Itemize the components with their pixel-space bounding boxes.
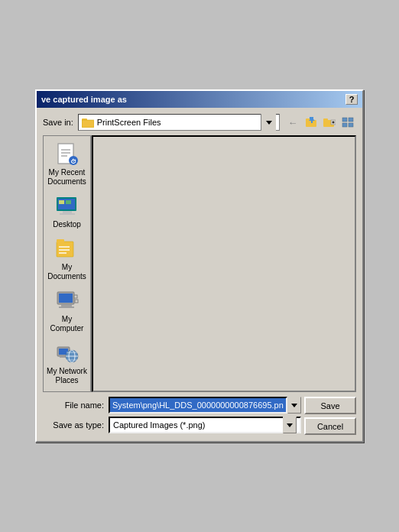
my-documents-icon (55, 237, 79, 261)
sidebar: ⏱ My Recent Documents (43, 135, 92, 392)
recent-documents-icon: ⏱ (55, 142, 79, 167)
file-name-label: File name: (43, 401, 104, 410)
file-name-row: File name: (43, 397, 301, 414)
my-documents-svg (55, 237, 79, 261)
view-icon (342, 117, 354, 128)
svg-rect-14 (342, 123, 347, 127)
title-bar: ve captured image as ? (37, 91, 362, 108)
svg-rect-32 (59, 249, 70, 251)
form-fields: File name: Save as type: Captured Images… (43, 397, 301, 433)
sidebar-item-desktop[interactable]: Desktop (44, 191, 90, 232)
sidebar-label-network: My Network Places (46, 367, 89, 385)
svg-rect-28 (66, 200, 71, 204)
desktop-icon (55, 194, 79, 219)
save-as-type-dropdown[interactable]: Captured Images (*.png) (109, 417, 301, 433)
save-type-text: Captured Images (*.png) (113, 420, 205, 430)
back-icon: ← (288, 117, 298, 128)
svg-rect-8 (323, 118, 328, 122)
help-button[interactable]: ? (345, 94, 358, 105)
sidebar-item-my-computer[interactable]: My Computer (44, 286, 90, 336)
svg-rect-38 (74, 295, 77, 298)
svg-rect-31 (59, 246, 70, 248)
arrow-down-icon (266, 121, 272, 125)
sidebar-item-network-places[interactable]: My Network Places (44, 338, 90, 388)
sidebar-label-desktop: Desktop (53, 220, 81, 229)
svg-rect-13 (349, 118, 353, 122)
action-buttons: Save Cancel (304, 397, 356, 435)
save-button[interactable]: Save (304, 397, 356, 414)
my-computer-icon (55, 289, 79, 313)
toolbar-buttons: ← (284, 114, 356, 131)
save-type-arrow[interactable] (283, 417, 297, 433)
svg-rect-15 (349, 123, 353, 127)
save-in-text: PrintScreen Files (97, 118, 258, 127)
svg-rect-30 (57, 239, 64, 243)
recent-documents-svg: ⏱ (55, 142, 79, 167)
svg-rect-12 (342, 118, 347, 122)
svg-rect-35 (59, 294, 73, 303)
up-folder-icon (305, 117, 317, 128)
svg-rect-33 (59, 252, 66, 254)
bottom-row-container: File name: Save as type: Captured Images… (43, 397, 356, 435)
svg-rect-27 (59, 200, 64, 204)
desktop-svg (55, 194, 79, 219)
save-dialog: ve captured image as ? Save in: PrintScr… (35, 89, 364, 443)
filename-arrow-icon (291, 404, 297, 407)
new-folder-icon (323, 117, 336, 128)
save-in-row: Save in: PrintScreen Files ← (43, 114, 356, 131)
my-computer-svg (55, 289, 79, 313)
save-as-type-row: Save as type: Captured Images (*.png) (43, 417, 301, 433)
new-folder-button[interactable] (321, 114, 338, 131)
svg-text:⏱: ⏱ (70, 158, 76, 165)
main-area: ⏱ My Recent Documents (43, 135, 356, 392)
up-button[interactable] (303, 114, 320, 131)
cancel-button[interactable]: Cancel (304, 417, 356, 435)
svg-rect-25 (63, 211, 72, 213)
save-in-dropdown-arrow[interactable] (261, 114, 276, 131)
file-area (92, 135, 356, 392)
save-in-dropdown[interactable]: PrintScreen Files (78, 114, 280, 131)
network-places-icon (55, 341, 79, 365)
sidebar-item-recent-documents[interactable]: ⏱ My Recent Documents (44, 139, 90, 190)
svg-rect-39 (75, 300, 78, 303)
network-svg (55, 341, 79, 365)
svg-rect-37 (59, 307, 74, 308)
back-button[interactable]: ← (284, 114, 301, 131)
filename-input-wrapper (109, 397, 301, 414)
dialog-body: Save in: PrintScreen Files ← (37, 108, 362, 441)
filename-dropdown-arrow[interactable] (287, 397, 301, 414)
savetype-arrow-icon (287, 423, 293, 427)
svg-rect-26 (60, 213, 75, 215)
view-button[interactable] (339, 114, 356, 131)
sidebar-label-recent: My Recent Documents (46, 168, 89, 187)
sidebar-label-documents: My Documents (46, 263, 89, 281)
sidebar-label-computer: My Computer (46, 315, 89, 333)
folder-icon (82, 117, 94, 128)
title-bar-text: ve captured image as (41, 95, 127, 104)
file-name-input[interactable] (109, 397, 287, 414)
svg-rect-36 (61, 304, 72, 307)
save-as-type-label: Save as type: (43, 420, 104, 430)
save-in-label: Save in: (43, 118, 73, 127)
sidebar-item-my-documents[interactable]: My Documents (44, 234, 90, 284)
